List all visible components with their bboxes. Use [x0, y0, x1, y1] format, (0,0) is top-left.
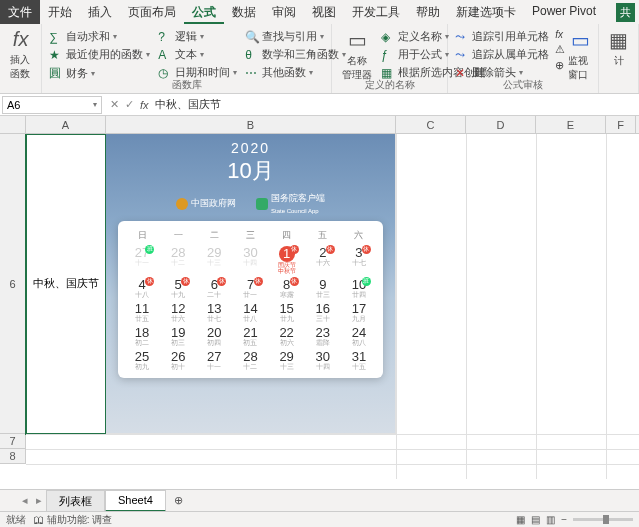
calendar-day: 27十一 — [196, 350, 232, 370]
view-normal-button[interactable]: ▦ — [516, 514, 525, 525]
zoom-slider[interactable] — [573, 518, 633, 521]
calendar-day: 29十三 — [269, 350, 305, 370]
dow-label: 一 — [160, 229, 196, 242]
menu-Power Pivot[interactable]: Power Pivot — [524, 0, 604, 24]
trace-precedents-button[interactable]: ⤳追踪引用单元格 — [452, 28, 552, 45]
tab-nav-next[interactable]: ▸ — [32, 494, 46, 507]
row-header-7[interactable]: 7 — [0, 434, 26, 449]
col-header-A[interactable]: A — [26, 116, 106, 133]
evaluate-button[interactable]: ⊕ — [552, 58, 566, 73]
group-label-audit: 公式审核 — [448, 78, 598, 92]
ribbon: fx 插入函数 ∑自动求和▾ ★最近使用的函数▾ 圓财务▾ ?逻辑▾ A文本▾ … — [0, 24, 639, 94]
menu-插入[interactable]: 插入 — [80, 0, 120, 24]
menu-新建选项卡[interactable]: 新建选项卡 — [448, 0, 524, 24]
app-icon — [256, 198, 268, 210]
col-header-C[interactable]: C — [396, 116, 466, 133]
fx-button[interactable]: fx — [140, 99, 149, 111]
dow-label: 五 — [305, 229, 341, 242]
menu-帮助[interactable]: 帮助 — [408, 0, 448, 24]
calendar-day: 13廿七 — [196, 302, 232, 322]
sheet-tab-Sheet4[interactable]: Sheet4 — [105, 490, 166, 512]
tab-nav-prev[interactable]: ◂ — [18, 494, 32, 507]
status-ready: 就绪 — [6, 513, 26, 527]
rest-badge: 休 — [290, 277, 299, 286]
calendar-day: 10廿四班 — [341, 278, 377, 298]
text-button[interactable]: A文本▾ — [155, 46, 240, 63]
search-icon: 🔍 — [245, 30, 259, 44]
row-header-8[interactable]: 8 — [0, 449, 26, 464]
calendar-day: 15廿九 — [269, 302, 305, 322]
calendar-day: 29十三 — [196, 246, 232, 274]
cancel-formula-button[interactable]: ✕ — [110, 98, 119, 111]
theta-icon: θ — [245, 48, 259, 62]
calendar-day: 1国庆节 中秋节休 — [269, 246, 305, 274]
cell-B6[interactable]: 2020 10月 中国政府网 国务院客户端State Council App 日… — [106, 134, 396, 434]
error-check-button[interactable]: ⚠ — [552, 42, 566, 57]
recent-fn-button[interactable]: ★最近使用的函数▾ — [46, 46, 153, 63]
watch-window-button[interactable]: ▭ 监视窗口 — [566, 26, 594, 84]
col-header-B[interactable]: B — [106, 116, 396, 133]
group-label-names: 定义的名称 — [332, 78, 447, 92]
menu-开发工具[interactable]: 开发工具 — [344, 0, 408, 24]
calendar-image: 2020 10月 中国政府网 国务院客户端State Council App 日… — [106, 134, 395, 433]
menu-file[interactable]: 文件 — [0, 0, 40, 24]
calendar-day: 30十四 — [305, 350, 341, 370]
menu-视图[interactable]: 视图 — [304, 0, 344, 24]
menu-数据[interactable]: 数据 — [224, 0, 264, 24]
calendar-day: 6二十休 — [196, 278, 232, 298]
calendar-day: 12廿六 — [160, 302, 196, 322]
calendar-day: 19初三 — [160, 326, 196, 346]
dow-label: 二 — [196, 229, 232, 242]
calendar-day: 30十四 — [232, 246, 268, 274]
chevron-down-icon: ▾ — [93, 100, 97, 109]
autosum-button[interactable]: ∑自动求和▾ — [46, 28, 153, 45]
sigma-icon: ∑ — [49, 30, 63, 44]
question-icon: ? — [158, 30, 172, 44]
name-manager-button[interactable]: ▭ 名称 管理器 — [336, 26, 378, 84]
view-break-button[interactable]: ▥ — [546, 514, 555, 525]
cell-A6[interactable]: 中秋、国庆节 — [26, 134, 106, 434]
select-all-corner[interactable] — [0, 116, 26, 133]
gov-logo: 中国政府网 — [176, 197, 236, 210]
calc-button[interactable]: ▦ 计 — [603, 26, 634, 70]
group-label-lib: 函数库 — [42, 78, 331, 92]
menu-审阅[interactable]: 审阅 — [264, 0, 304, 24]
col-header-D[interactable]: D — [466, 116, 536, 133]
col-header-F[interactable]: F — [606, 116, 636, 133]
col-header-E[interactable]: E — [536, 116, 606, 133]
use-icon: ƒ — [381, 48, 395, 62]
logical-button[interactable]: ?逻辑▾ — [155, 28, 240, 45]
dow-label: 六 — [341, 229, 377, 242]
sheet-tab-列表框[interactable]: 列表框 — [46, 490, 105, 512]
calendar-day: 16三十 — [305, 302, 341, 322]
calendar-day: 20初四 — [196, 326, 232, 346]
worksheet-grid[interactable]: 678 中秋、国庆节 2020 10月 中国政府网 国务院客户端State Co… — [0, 134, 639, 479]
formula-bar-row: A6▾ ✕ ✓ fx 中秋、国庆节 — [0, 94, 639, 116]
menu-页面布局[interactable]: 页面布局 — [120, 0, 184, 24]
calendar-day: 5十九休 — [160, 278, 196, 298]
add-sheet-button[interactable]: ⊕ — [166, 494, 191, 507]
accept-formula-button[interactable]: ✓ — [125, 98, 134, 111]
menu-开始[interactable]: 开始 — [40, 0, 80, 24]
zoom-out-button[interactable]: − — [561, 514, 567, 525]
rest-badge: 休 — [362, 245, 371, 254]
calendar-day: 23霜降 — [305, 326, 341, 346]
formula-input[interactable]: 中秋、国庆节 — [155, 97, 221, 112]
menu-公式[interactable]: 公式 — [184, 0, 224, 24]
calendar-month: 10月 — [106, 156, 395, 186]
trace-pred-icon: ⤳ — [455, 30, 469, 44]
calendar-day: 8寒露休 — [269, 278, 305, 298]
trace-dependents-button[interactable]: ⤳追踪从属单元格 — [452, 46, 552, 63]
calc-icon: ▦ — [609, 28, 628, 52]
share-button[interactable]: 共 — [616, 3, 635, 22]
view-page-button[interactable]: ▤ — [531, 514, 540, 525]
insert-function-label: 插入函数 — [10, 53, 31, 81]
row-header-6[interactable]: 6 — [0, 134, 26, 434]
calendar-day: 3十七休 — [341, 246, 377, 274]
calendar-day: 27十一班 — [124, 246, 160, 274]
name-box[interactable]: A6▾ — [2, 96, 102, 114]
status-bar: 就绪 🕮 辅助功能: 调查 ▦ ▤ ▥ − — [0, 511, 639, 527]
insert-function-button[interactable]: fx 插入函数 — [4, 26, 37, 83]
calendar-day: 26初十 — [160, 350, 196, 370]
show-formulas-button[interactable]: fx — [552, 28, 566, 41]
